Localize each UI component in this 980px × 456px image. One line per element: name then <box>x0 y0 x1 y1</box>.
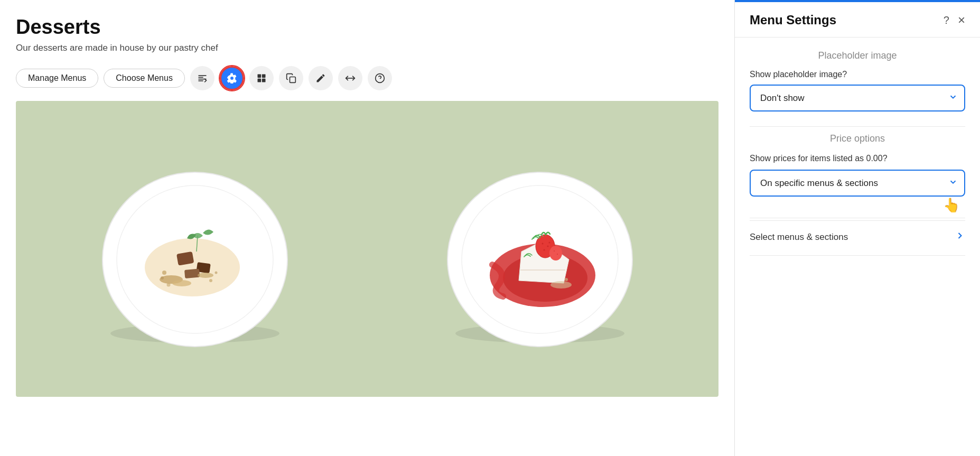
svg-point-27 <box>214 272 217 274</box>
page-title: Desserts <box>16 16 718 39</box>
divider-3 <box>750 255 965 256</box>
copy-icon <box>286 73 296 83</box>
gear-icon-button[interactable] <box>220 66 244 90</box>
list-icon <box>197 73 208 83</box>
page-subtitle: Our desserts are made in house by our pa… <box>16 43 718 53</box>
arrows-icon-button[interactable] <box>338 66 362 90</box>
placeholder-select[interactable]: Don't show Show placeholder Custom image <box>750 85 965 111</box>
layers-icon <box>256 73 267 83</box>
layers-icon-button[interactable] <box>249 66 274 90</box>
pen-icon <box>315 73 326 83</box>
svg-point-37 <box>565 278 568 281</box>
svg-rect-7 <box>262 79 266 82</box>
svg-point-43 <box>548 242 550 244</box>
help-icon-button[interactable] <box>368 66 392 90</box>
svg-point-21 <box>172 280 191 286</box>
choose-menus-button[interactable]: Choose Menus <box>104 69 185 88</box>
panel-header-icons: ? × <box>944 13 965 27</box>
divider-2 <box>750 218 965 218</box>
svg-rect-8 <box>290 77 295 83</box>
svg-point-46 <box>557 254 558 255</box>
svg-point-26 <box>209 279 212 282</box>
svg-rect-4 <box>257 75 261 78</box>
panel-header: Menu Settings ? × <box>735 2 980 38</box>
menu-settings-panel: Menu Settings ? × Placeholder image Show… <box>734 0 980 456</box>
select-menus-row[interactable]: Select menus & sections <box>750 220 965 253</box>
price-select-wrapper: On specific menus & sections Always show… <box>750 170 965 197</box>
svg-point-24 <box>161 276 164 280</box>
svg-point-45 <box>554 250 555 252</box>
arrows-icon <box>345 73 356 83</box>
svg-point-25 <box>166 283 170 287</box>
pen-icon-button[interactable] <box>309 66 333 90</box>
placeholder-section-label: Placeholder image <box>750 38 965 70</box>
help-icon <box>375 73 385 83</box>
svg-rect-19 <box>184 269 200 278</box>
panel-title: Menu Settings <box>750 13 836 27</box>
manage-menus-button[interactable]: Manage Menus <box>16 69 98 88</box>
svg-point-16 <box>145 238 240 296</box>
price-section-label: Price options <box>750 129 965 153</box>
help-panel-button[interactable]: ? <box>944 14 949 26</box>
food-image-2 <box>440 148 640 349</box>
food-card-1 <box>26 111 363 386</box>
copy-icon-button[interactable] <box>279 66 303 90</box>
food-image-1 <box>95 148 295 349</box>
gear-icon <box>227 73 237 83</box>
select-menus-arrow-icon <box>955 230 965 244</box>
toolbar: Manage Menus Choose Menus <box>16 66 718 90</box>
svg-point-22 <box>198 273 213 278</box>
svg-point-42 <box>543 249 545 251</box>
image-grid <box>16 101 718 397</box>
cursor-icon: 👆 <box>943 197 960 213</box>
show-placeholder-label: Show placeholder image? <box>750 70 965 79</box>
panel-content: Placeholder image Show placeholder image… <box>735 38 980 456</box>
placeholder-select-wrapper: Don't show Show placeholder Custom image <box>750 85 965 111</box>
show-prices-label: Show prices for items listed as 0.00? <box>750 153 965 164</box>
divider-1 <box>750 126 965 127</box>
svg-point-40 <box>542 243 543 245</box>
left-panel: Desserts Our desserts are made in house … <box>0 0 734 456</box>
svg-point-44 <box>549 246 562 260</box>
food-card-2 <box>371 111 708 386</box>
select-menus-label: Select menus & sections <box>750 232 848 243</box>
svg-rect-5 <box>262 75 266 78</box>
svg-rect-6 <box>257 79 261 82</box>
svg-point-23 <box>162 271 166 275</box>
svg-point-36 <box>550 281 572 289</box>
close-panel-button[interactable]: × <box>958 13 965 27</box>
list-icon-button[interactable] <box>190 66 214 90</box>
price-select[interactable]: On specific menus & sections Always show… <box>750 170 965 197</box>
svg-point-41 <box>547 246 548 247</box>
